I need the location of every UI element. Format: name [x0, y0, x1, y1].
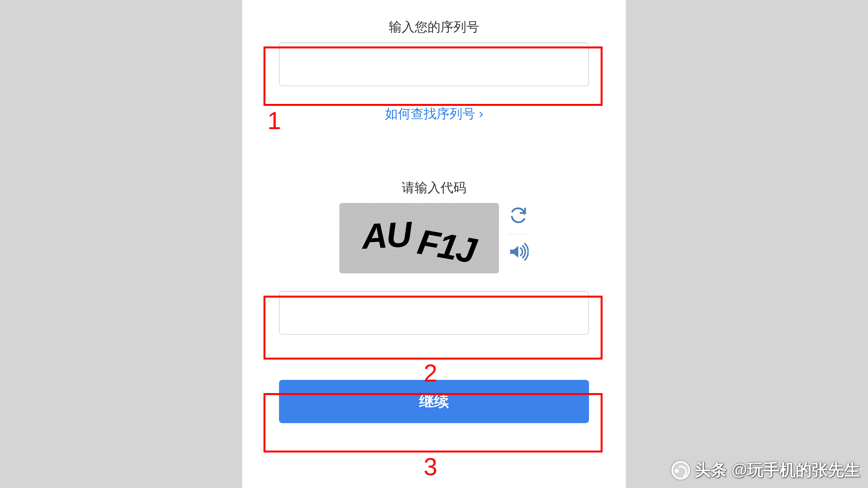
captcha-text: AU F1J — [362, 218, 476, 259]
watermark-logo-icon — [671, 461, 690, 480]
audio-icon[interactable] — [508, 243, 529, 262]
refresh-icon[interactable] — [509, 206, 527, 226]
captcha-controls-divider — [508, 234, 529, 234]
captcha-image: AU F1J — [339, 203, 499, 273]
watermark-prefix: 头条 — [694, 459, 727, 481]
captcha-label: 请输入代码 — [242, 179, 626, 197]
captcha-section: 请输入代码 AU F1J — [242, 179, 626, 335]
captcha-controls — [508, 203, 529, 262]
serial-label: 输入您的序列号 — [242, 18, 626, 36]
watermark: 头条 @玩手机的张先生 — [671, 459, 860, 481]
captcha-row: AU F1J — [242, 203, 626, 273]
captcha-input[interactable] — [279, 291, 589, 335]
continue-button[interactable]: 继续 — [279, 380, 589, 423]
main-panel: 输入您的序列号 如何查找序列号 › 请输入代码 AU F1J — [242, 0, 626, 488]
how-to-find-serial-link[interactable]: 如何查找序列号 › — [242, 105, 626, 123]
serial-input[interactable] — [279, 42, 589, 86]
annotation-number-3: 3 — [424, 453, 437, 481]
watermark-handle: @玩手机的张先生 — [732, 459, 860, 481]
